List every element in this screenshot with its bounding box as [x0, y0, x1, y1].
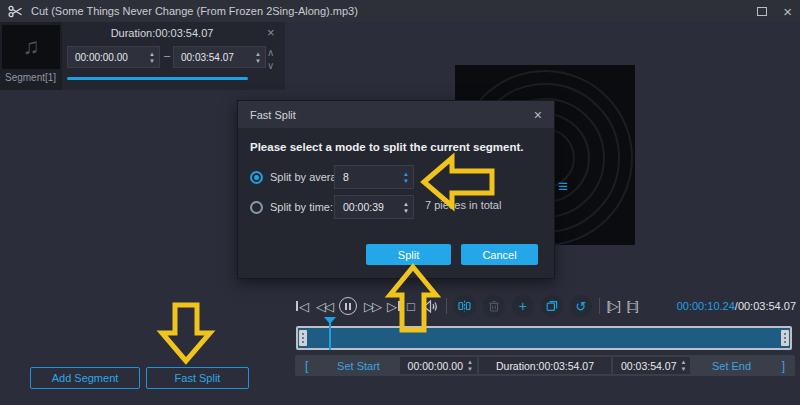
- trim-bar: [ Set Start 00:00:00.00 ▲ ▼ Duration:00:…: [295, 355, 795, 376]
- spin-up-icon[interactable]: ▲: [467, 359, 473, 365]
- cancel-button[interactable]: Cancel: [461, 244, 538, 265]
- copy-icon: [546, 300, 558, 312]
- delete-segment-button[interactable]: [483, 295, 505, 317]
- end-time-input[interactable]: 00:03:54.07 ▲ ▼: [613, 357, 690, 374]
- dialog-titlebar: Fast Split ×: [238, 101, 554, 128]
- music-note-icon: ♫: [23, 34, 40, 60]
- divider: [446, 298, 447, 314]
- segment-end-input[interactable]: 00:03:54.07 ▲ ▼: [173, 46, 266, 68]
- skip-end-bar: [398, 301, 400, 311]
- cut-window: Cut (Some Things Never Change (From Froz…: [0, 0, 800, 405]
- start-time-input[interactable]: 00:00:00.00 ▲ ▼: [400, 357, 477, 374]
- dialog-message: Please select a mode to split the curren…: [250, 141, 524, 153]
- close-button[interactable]: ×: [783, 4, 792, 19]
- time-interval-input[interactable]: 00:00:39 ▲ ▼: [334, 195, 414, 219]
- window-title: Cut (Some Things Never Change (From Froz…: [31, 5, 358, 17]
- play-segment-button[interactable]: [▷]: [607, 299, 620, 313]
- skip-start-button[interactable]: ◁: [296, 300, 309, 313]
- start-time-value[interactable]: 00:00:00.00: [400, 360, 467, 372]
- spin-up-icon[interactable]: ▲: [149, 51, 155, 57]
- stop-segment-button[interactable]: [□]: [627, 299, 638, 313]
- time-readout: 00:00:10.24/00:03:54.07: [677, 300, 796, 312]
- fast-split-button[interactable]: Fast Split: [146, 367, 249, 389]
- divider: [599, 298, 600, 314]
- playhead-marker[interactable]: [324, 317, 336, 324]
- total-time: /00:03:54.07: [735, 300, 796, 312]
- segment-progress-line: [67, 77, 248, 80]
- pieces-note: 7 pieces in total: [425, 199, 501, 211]
- transport-bar: ◁ ◁◁ ▷▷ ▷ □: [296, 292, 796, 320]
- time-range-dash: –: [161, 49, 173, 61]
- spin-down-icon[interactable]: ▼: [149, 58, 155, 64]
- rewind-button[interactable]: ◁◁: [316, 300, 332, 313]
- dialog-close-icon[interactable]: ×: [534, 107, 542, 123]
- volume-icon[interactable]: [422, 300, 439, 313]
- scissors-icon: [8, 5, 23, 18]
- segment-label: Segment[1]: [5, 72, 56, 83]
- reset-icon: ↺: [575, 300, 586, 313]
- timeline[interactable]: [296, 317, 792, 351]
- dialog-title: Fast Split: [250, 109, 296, 121]
- chevron-down-icon[interactable]: ∨: [267, 61, 274, 71]
- split-by-average-radio[interactable]: [250, 171, 263, 184]
- segment-strip: ♫ Segment[1] Duration:00:03:54.07 00:00:…: [0, 22, 285, 90]
- fast-forward-button[interactable]: ▷▷: [364, 300, 380, 313]
- split-by-time-row: Split by time:: [250, 195, 333, 219]
- set-start-button[interactable]: Set Start: [318, 360, 398, 372]
- segment-end-value[interactable]: 00:03:54.07: [174, 52, 255, 63]
- duration-readout: Duration:00:03:54.07: [479, 357, 611, 374]
- skip-end-icon: ▷: [387, 300, 397, 313]
- reset-button[interactable]: ↺: [570, 295, 592, 317]
- fast-split-dialog: Fast Split × Please select a mode to spl…: [237, 100, 555, 279]
- split-segment-button[interactable]: [454, 295, 476, 317]
- skip-end-button[interactable]: ▷: [387, 300, 400, 313]
- close-bracket: ]: [772, 359, 795, 373]
- trim-handle-left[interactable]: [299, 330, 307, 346]
- plus-icon: +: [519, 299, 527, 313]
- set-end-button[interactable]: Set End: [691, 360, 771, 372]
- copy-button[interactable]: [541, 295, 563, 317]
- segment-duration-text: Duration:00:03:54.07: [62, 27, 262, 39]
- spin-down-icon[interactable]: ▼: [403, 178, 409, 184]
- time-interval-value[interactable]: 00:00:39: [335, 201, 403, 213]
- spin-down-icon[interactable]: ▼: [680, 366, 686, 372]
- trim-handle-right[interactable]: [781, 330, 789, 346]
- chevron-up-icon[interactable]: ∧: [267, 48, 274, 58]
- split-by-time-label: Split by time:: [270, 201, 333, 213]
- split-button[interactable]: Split: [366, 244, 451, 265]
- segment-close-icon[interactable]: ×: [267, 25, 275, 40]
- skip-start-icon: ◁: [299, 300, 309, 313]
- segment-start-input[interactable]: 00:00:00.00 ▲ ▼: [67, 46, 160, 68]
- segment-duration-panel: Duration:00:03:54.07 00:00:00.00 ▲ ▼ – 0…: [62, 22, 285, 90]
- playhead[interactable]: [329, 321, 331, 350]
- titlebar: Cut (Some Things Never Change (From Froz…: [0, 0, 800, 22]
- pause-button[interactable]: [339, 297, 357, 315]
- equalizer-icon: ≡: [558, 178, 568, 195]
- spin-down-icon[interactable]: ▼: [403, 208, 409, 214]
- open-bracket: [: [295, 359, 318, 373]
- segment-start-value[interactable]: 00:00:00.00: [68, 52, 149, 63]
- trash-icon: [488, 300, 500, 312]
- split-by-time-radio[interactable]: [250, 201, 263, 214]
- add-button[interactable]: +: [512, 295, 534, 317]
- stop-button[interactable]: □: [407, 300, 415, 313]
- maximize-button[interactable]: [757, 7, 767, 16]
- split-icon: [458, 300, 471, 312]
- average-count-input[interactable]: 8 ▲ ▼: [334, 165, 414, 189]
- spin-up-icon[interactable]: ▲: [403, 201, 409, 207]
- spin-up-icon[interactable]: ▲: [403, 171, 409, 177]
- arrow-down-icon: [162, 305, 210, 361]
- spin-down-icon[interactable]: ▼: [467, 366, 473, 372]
- skip-start-bar: [296, 301, 298, 311]
- average-count-value[interactable]: 8: [335, 171, 403, 183]
- add-segment-button[interactable]: Add Segment: [30, 367, 140, 389]
- end-time-value[interactable]: 00:03:54.07: [613, 360, 680, 372]
- segment-thumbnail[interactable]: ♫: [2, 25, 60, 69]
- spin-up-icon[interactable]: ▲: [255, 51, 261, 57]
- spin-down-icon[interactable]: ▼: [255, 58, 261, 64]
- spin-up-icon[interactable]: ▲: [680, 359, 686, 365]
- current-time: 00:00:10.24: [677, 300, 735, 312]
- timeline-track[interactable]: [296, 326, 792, 350]
